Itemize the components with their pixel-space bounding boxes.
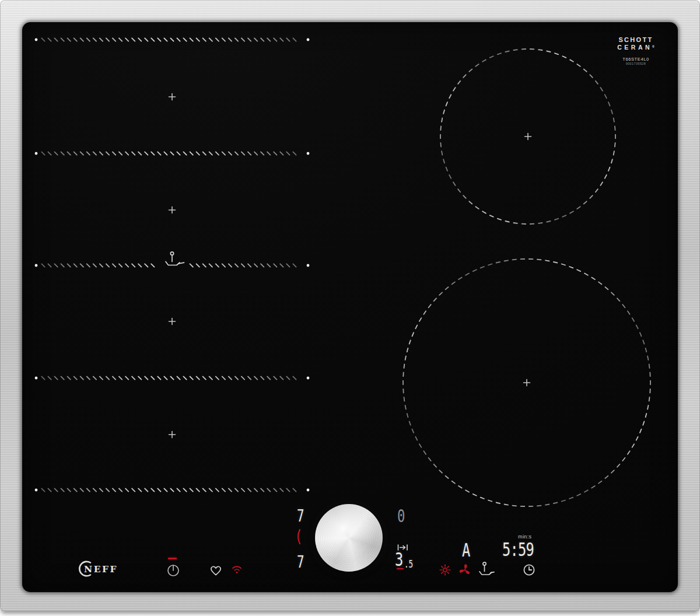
power-button[interactable] — [166, 562, 181, 578]
fan-icon — [458, 563, 472, 577]
pan-with-thermometer-icon — [478, 561, 495, 577]
wifi-icon — [230, 562, 244, 575]
move-level-display: 3 — [395, 550, 403, 569]
right-rear-level-display: 0 — [397, 508, 405, 525]
wifi-button[interactable] — [230, 562, 244, 575]
product-code: 9001735528 — [607, 62, 665, 66]
model-number: T66STE4L0 — [607, 57, 665, 62]
neff-logo-text: NEFF — [84, 564, 118, 575]
zone-select-indicator-icon — [295, 528, 302, 545]
ceran-wordmark: CERAN® — [607, 44, 665, 51]
move-level-decimal-display: .5 — [404, 559, 413, 569]
glass-branding: SCHOTT CERAN® T66STE4L0 9001735528 — [607, 37, 665, 66]
favourite-button[interactable] — [209, 564, 223, 576]
schott-wordmark: SCHOTT — [607, 37, 665, 43]
induction-hob: SCHOTT CERAN® T66STE4L0 9001735528 NEFF … — [0, 0, 700, 616]
auto-heatup-display: A — [462, 541, 470, 559]
power-icon — [166, 562, 181, 578]
flex-front-level-display: 7 — [297, 554, 304, 570]
registered-mark: ® — [652, 45, 654, 48]
twistpad-knob[interactable] — [315, 504, 383, 572]
flex-rear-level-display: 7 — [297, 508, 304, 524]
timer-button[interactable] — [522, 563, 536, 577]
frying-sensor-button[interactable] — [478, 561, 495, 577]
sun-icon — [438, 563, 452, 577]
heart-icon — [209, 564, 223, 576]
clock-icon — [522, 563, 536, 577]
neff-logo: NEFF — [76, 559, 128, 579]
power-indicator-dash — [168, 558, 177, 559]
timer-display: 5:59 — [502, 540, 534, 559]
ventilation-button[interactable] — [458, 563, 472, 577]
keep-warm-button[interactable] — [438, 563, 452, 577]
